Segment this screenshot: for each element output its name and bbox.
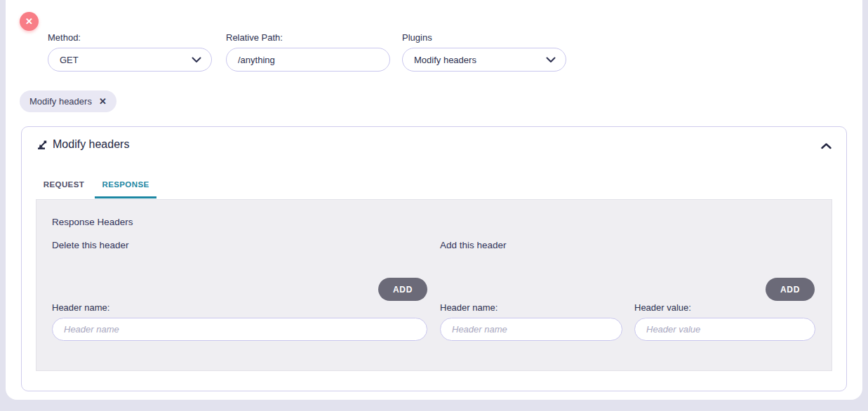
add-header-value-label: Header value: <box>634 302 691 313</box>
close-icon: ✕ <box>25 16 33 27</box>
plugins-value: Modify headers <box>414 55 546 65</box>
relative-path-label: Relative Path: <box>226 32 390 43</box>
panel-header: Modify headers <box>22 127 846 162</box>
plugins-label: Plugins <box>402 32 566 43</box>
delete-header-subtitle: Delete this header <box>52 240 129 250</box>
relative-path-field: Relative Path: <box>226 32 390 72</box>
tab-request[interactable]: REQUEST <box>33 173 95 198</box>
modify-headers-panel: Modify headers REQUEST RESPONSE Response… <box>21 126 847 391</box>
relative-path-input-wrap <box>226 48 390 72</box>
plugins-field: Plugins Modify headers <box>402 32 566 72</box>
page-card: ✕ Method: GET Relative Path: Plugins Mod… <box>6 0 862 400</box>
add-header-subtitle: Add this header <box>440 240 507 250</box>
panel-title-text: Modify headers <box>53 138 129 151</box>
add-header-name-input[interactable] <box>440 318 622 341</box>
chevron-down-icon <box>546 57 556 63</box>
delete-header-name-label: Header name: <box>52 302 109 313</box>
add-header-value-input[interactable] <box>634 318 815 341</box>
method-label: Method: <box>48 32 212 43</box>
chevron-down-icon <box>192 57 201 63</box>
delete-header-name-input[interactable] <box>52 318 427 341</box>
close-mock-button[interactable]: ✕ <box>20 12 39 31</box>
chevron-up-icon <box>821 143 832 149</box>
tab-response[interactable]: RESPONSE <box>95 173 156 198</box>
response-headers-section: Response Headers Delete this header Add … <box>36 199 832 371</box>
section-title: Response Headers <box>52 217 133 227</box>
method-field: Method: GET <box>48 32 212 72</box>
panel-title: Modify headers <box>37 138 129 151</box>
add-header-name-label: Header name: <box>440 302 498 313</box>
relative-path-input[interactable] <box>238 55 380 65</box>
panel-tabs: REQUEST RESPONSE <box>33 173 156 198</box>
plugins-select[interactable]: Modify headers <box>402 48 566 72</box>
chip-label: Modify headers <box>29 96 92 107</box>
add-new-header-button[interactable]: ADD <box>766 278 815 301</box>
collapse-panel-button[interactable] <box>818 140 834 152</box>
modify-headers-icon <box>37 140 48 150</box>
add-delete-header-button[interactable]: ADD <box>378 278 427 301</box>
chip-remove-icon[interactable]: ✕ <box>99 96 107 107</box>
method-value: GET <box>60 55 192 65</box>
plugin-chip-modify-headers[interactable]: Modify headers ✕ <box>20 90 116 112</box>
method-select[interactable]: GET <box>48 48 212 72</box>
